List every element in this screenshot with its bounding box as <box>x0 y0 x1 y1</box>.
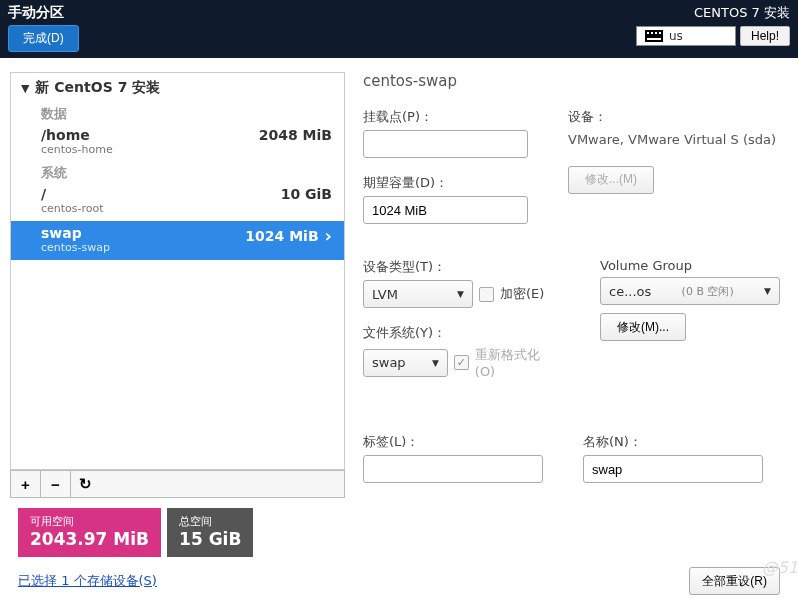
chevron-right-icon: › <box>325 225 332 246</box>
reload-button[interactable]: ↻ <box>70 470 100 498</box>
keyboard-icon <box>645 30 663 42</box>
partition-toolbar: + − ↻ <box>10 470 345 498</box>
modify-device-button[interactable]: 修改...(M) <box>568 166 654 194</box>
tag-label: 标签(L)： <box>363 433 543 451</box>
mount-item-root[interactable]: / centos-root 10 GiB <box>11 182 344 221</box>
device-type-select[interactable]: LVM ▼ <box>363 280 473 308</box>
tree-root-label: 新 CentOS 7 安装 <box>35 79 160 97</box>
vg-select[interactable]: ce...os (0 B 空闲) ▼ <box>600 277 780 305</box>
mount-point-input[interactable] <box>363 130 528 158</box>
filesystem-label: 文件系统(Y)： <box>363 324 560 342</box>
done-button[interactable]: 完成(D) <box>8 25 79 52</box>
help-button[interactable]: Help! <box>740 26 790 46</box>
page-title: 手动分区 <box>8 4 79 22</box>
mount-item-swap[interactable]: swap centos-swap 1024 MiB › <box>11 221 344 260</box>
section-system: 系统 <box>11 162 344 182</box>
add-partition-button[interactable]: + <box>10 470 40 498</box>
chevron-down-icon: ▼ <box>432 358 439 368</box>
capacity-input[interactable] <box>363 196 528 224</box>
capacity-label: 期望容量(D)： <box>363 174 528 192</box>
keyboard-indicator[interactable]: us <box>636 26 736 46</box>
install-title: CENTOS 7 安装 <box>636 4 790 22</box>
device-type-label: 设备类型(T)： <box>363 258 560 276</box>
encrypt-label: 加密(E) <box>500 285 544 303</box>
chevron-down-icon: ▼ <box>457 289 464 299</box>
total-space-card: 总空间 15 GiB <box>167 508 253 557</box>
chevron-down-icon: ▼ <box>21 82 29 95</box>
mount-point-label: 挂载点(P)： <box>363 108 528 126</box>
filesystem-select[interactable]: swap ▼ <box>363 349 448 377</box>
section-data: 数据 <box>11 103 344 123</box>
available-space-card: 可用空间 2043.97 MiB <box>18 508 161 557</box>
tree-root[interactable]: ▼ 新 CentOS 7 安装 <box>11 73 344 103</box>
name-label: 名称(N)： <box>583 433 763 451</box>
vg-label: Volume Group <box>600 258 780 273</box>
chevron-down-icon: ▼ <box>764 286 771 296</box>
device-label: 设备： <box>568 108 776 126</box>
device-text: VMware, VMware Virtual S (sda) <box>568 130 776 150</box>
partition-tree: ▼ 新 CentOS 7 安装 数据 /home centos-home 204… <box>10 72 345 470</box>
name-input[interactable] <box>583 455 763 483</box>
encrypt-checkbox[interactable] <box>479 287 494 302</box>
reformat-checkbox[interactable] <box>454 355 469 370</box>
mount-item-home[interactable]: /home centos-home 2048 MiB <box>11 123 344 162</box>
tag-input[interactable] <box>363 455 543 483</box>
storage-devices-link[interactable]: 已选择 1 个存储设备(S) <box>18 572 157 590</box>
detail-title: centos-swap <box>363 72 780 90</box>
header-bar: 手动分区 完成(D) CENTOS 7 安装 us Help! <box>0 0 798 58</box>
modify-vg-button[interactable]: 修改(M)... <box>600 313 686 341</box>
remove-partition-button[interactable]: − <box>40 470 70 498</box>
reformat-label: 重新格式化(O) <box>475 346 560 379</box>
keyboard-layout: us <box>669 29 683 43</box>
reset-all-button[interactable]: 全部重设(R) <box>689 567 780 595</box>
